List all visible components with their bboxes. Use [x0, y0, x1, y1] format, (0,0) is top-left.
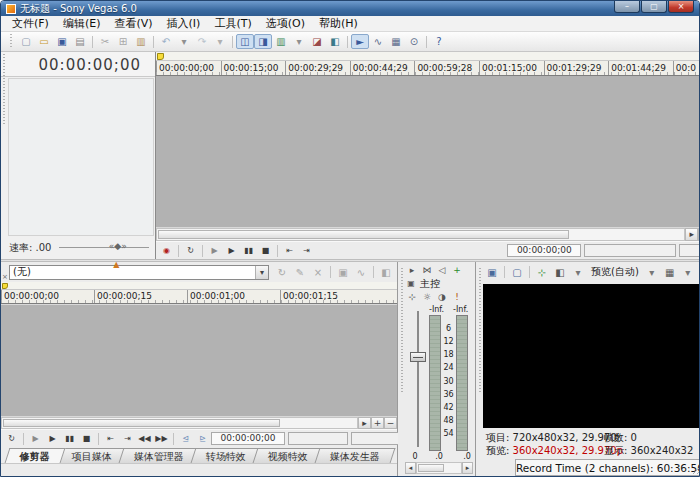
video-preview-screen[interactable]	[483, 284, 700, 428]
hscroll-thumb[interactable]	[418, 464, 444, 472]
zoom-edit-tool[interactable]: ⊙	[405, 34, 423, 49]
redo-dropdown[interactable]: ▾	[211, 34, 229, 49]
enable-snapping-toggle[interactable]: ◫	[236, 34, 254, 49]
overlays-dropdown[interactable]: ▾	[679, 265, 697, 280]
loop-playback-button[interactable]: ↻	[3, 432, 20, 446]
copy-icon[interactable]: ⊞	[114, 34, 132, 49]
mixer-hscrollbar[interactable]	[416, 462, 462, 474]
rewind-button[interactable]: ◀◀	[136, 432, 153, 446]
stop-button[interactable]: ■	[257, 244, 274, 258]
downmix-output-icon[interactable]: ⊹	[405, 290, 419, 303]
play-button[interactable]: ▶	[44, 432, 61, 446]
tab-video-fx[interactable]: 视频特效	[253, 448, 324, 463]
hscroll-thumb[interactable]	[158, 230, 569, 239]
timeline-marker-flag-icon[interactable]	[157, 53, 164, 60]
go-to-start-button[interactable]: ⇤	[102, 432, 119, 446]
selection-start-timebox[interactable]: 00:00:00;00	[507, 244, 581, 257]
selection-length-timebox[interactable]	[679, 244, 700, 257]
master-bus-icon[interactable]: ▣	[405, 278, 417, 289]
project-properties-icon[interactable]: ▤	[71, 34, 89, 49]
new-project-icon[interactable]: ▢	[17, 34, 35, 49]
whats-this-help-button[interactable]: ?	[430, 34, 448, 49]
close-button[interactable]: ×	[668, 1, 694, 13]
rate-scrub-slider[interactable]: «◆» ▲	[59, 247, 149, 248]
play-button[interactable]: ▶	[223, 244, 240, 258]
loop-playback-button[interactable]: ↻	[182, 244, 199, 258]
trimmer-marker-flag-icon[interactable]	[2, 283, 8, 289]
save-icon[interactable]: ▣	[53, 34, 71, 49]
tab-media-generators[interactable]: 媒体发生器	[315, 448, 396, 463]
menu-item[interactable]: 选项(O)	[259, 16, 312, 31]
selection-end-timebox[interactable]	[584, 244, 676, 257]
auto-crossfade-toggle[interactable]: ◧	[326, 34, 344, 49]
video-output-fx-icon[interactable]: ⊹	[533, 265, 551, 280]
auto-ripple-toggle[interactable]: ◨	[254, 34, 272, 49]
go-to-end-button[interactable]: ⇥	[298, 244, 315, 258]
undo-button[interactable]: ↶	[157, 34, 175, 49]
project-video-properties-icon[interactable]: ▣	[483, 265, 501, 280]
show-audio-stream-icon[interactable]: ◧	[377, 265, 395, 280]
undo-dropdown[interactable]: ▾	[175, 34, 193, 49]
toolbar-grip[interactable]	[9, 34, 14, 49]
minimize-button[interactable]: –	[614, 1, 640, 13]
timeline-hscrollbar[interactable]	[156, 228, 685, 241]
dim-output-icon[interactable]: ◑	[435, 290, 449, 303]
fast-forward-button[interactable]: ▶▶	[153, 432, 170, 446]
open-icon[interactable]: ▭	[35, 34, 53, 49]
hscroll-thumb[interactable]	[3, 419, 280, 427]
tab-trimmer[interactable]: 修剪器	[5, 448, 66, 463]
preview-pane-grip[interactable]	[476, 264, 484, 474]
fader-handle[interactable]	[410, 352, 426, 362]
menu-item[interactable]: 帮助(H)	[312, 16, 365, 31]
marker-bar[interactable]	[156, 52, 700, 61]
trimmer-end-timebox[interactable]	[288, 432, 348, 445]
menu-item[interactable]: 编辑(E)	[56, 16, 108, 31]
ignore-event-grouping-toggle[interactable]: ◪	[308, 34, 326, 49]
record-button[interactable]: ◉	[158, 244, 175, 258]
trimmer-length-timebox[interactable]	[351, 432, 403, 445]
menu-item[interactable]: 文件(F)	[5, 16, 56, 31]
close-pane-icon[interactable]: ×	[1, 273, 9, 281]
menu-item[interactable]: 查看(V)	[107, 16, 159, 31]
go-to-start-button[interactable]: ⇤	[281, 244, 298, 258]
zoom-out-time-button[interactable]: −	[384, 417, 397, 429]
pause-button[interactable]: ▮▮	[240, 244, 257, 258]
insert-fx-icon[interactable]: +	[450, 263, 464, 276]
normal-edit-tool[interactable]: ►	[351, 34, 369, 49]
insert-bus-icon[interactable]: ⋈	[420, 263, 434, 276]
trimmer-media-area[interactable]	[1, 304, 397, 417]
track-list-grip[interactable]	[2, 54, 7, 257]
redo-button[interactable]: ↷	[193, 34, 211, 49]
menu-item[interactable]: 插入(I)	[160, 16, 208, 31]
tab-project-media[interactable]: 项目媒体	[57, 448, 128, 463]
maximize-button[interactable]: ▢	[641, 1, 667, 13]
split-screen-dropdown[interactable]: ▾	[569, 265, 587, 280]
scroll-right-button[interactable]: ▸	[358, 417, 371, 429]
remove-media-icon[interactable]: ×	[309, 265, 327, 280]
cursor-time-display[interactable]: 00:00:00;00	[1, 52, 155, 77]
sweep-media-icon[interactable]: ∿	[352, 265, 370, 280]
pause-button[interactable]: ▮▮	[61, 432, 78, 446]
trimmer-hscrollbar[interactable]	[1, 417, 358, 429]
preview-quality-dropdown[interactable]: ▾	[643, 265, 661, 280]
preview-quality-button[interactable]: 预览(自动)	[587, 265, 643, 280]
timeline-track-area[interactable]	[156, 76, 700, 228]
master-volume-fader[interactable]	[407, 305, 429, 451]
paste-icon[interactable]: ▥	[132, 34, 150, 49]
add-up-to-cursor-icon[interactable]: ⊴	[177, 432, 194, 446]
trimmer-position-timebox[interactable]: 00:00:00;00	[211, 432, 285, 445]
open-media-icon[interactable]: ↻	[273, 265, 291, 280]
meter-left-bar[interactable]	[429, 315, 441, 451]
scroll-right-button[interactable]: ▸	[462, 462, 473, 474]
insert-input-bus-icon[interactable]: ◁	[435, 263, 449, 276]
clip-indicator-icon[interactable]: !	[450, 290, 464, 303]
envelope-dropdown[interactable]: ▾	[290, 34, 308, 49]
play-from-start-button[interactable]: ▶	[206, 244, 223, 258]
track-list-empty-area[interactable]	[8, 78, 154, 236]
tab-transitions[interactable]: 转场特效	[191, 448, 262, 463]
external-monitor-icon[interactable]: ▢	[508, 265, 526, 280]
play-from-start-button[interactable]: ▶	[27, 432, 44, 446]
bus-properties-icon[interactable]: ☼	[420, 290, 434, 303]
tab-media-manager[interactable]: 媒体管理器	[119, 448, 200, 463]
cut-icon[interactable]: ✂	[96, 34, 114, 49]
